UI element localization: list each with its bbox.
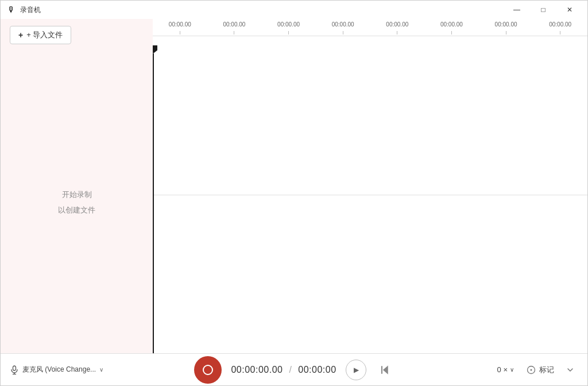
ruler-mark-label: 00:00.00: [223, 21, 245, 28]
ruler-mark: 00:00.00: [479, 21, 533, 34]
ruler-mark-label: 00:00.00: [277, 21, 300, 28]
total-time: 00:00:00: [298, 365, 336, 375]
ruler-tick: [506, 31, 506, 34]
ruler-mark: 00:00.00: [261, 21, 316, 34]
ruler-mark-label: 00:00.00: [495, 21, 517, 28]
ruler-mark-label: 00:00.00: [386, 21, 408, 28]
sidebar-empty-state: 开始录制 以创建文件: [1, 51, 153, 353]
bottom-bar: 麦克风 (Voice Change... ∨ 00:00:00.00 / 00:…: [1, 353, 587, 385]
ruler-mark: 00:00.00: [153, 21, 207, 34]
skip-back-icon: [379, 364, 390, 376]
ruler-tick: [234, 31, 234, 34]
timeline-ruler: 00:00.00 00:00.00 00:00.00 00:00.00 00:0…: [153, 19, 587, 36]
ruler-tick: [397, 31, 397, 34]
main-content: + + 导入文件 开始录制 以创建文件 ···: [1, 19, 587, 353]
ruler-mark-label: 00:00.00: [169, 21, 191, 28]
ruler-mark: 00:00.00: [424, 21, 479, 34]
ruler-tick: [451, 31, 452, 34]
speed-chevron-icon: ∨: [510, 366, 514, 373]
minimize-button[interactable]: —: [504, 1, 530, 19]
import-file-button[interactable]: + + 导入文件: [10, 26, 71, 44]
bottom-center-controls: 00:00:00.00 / 00:00:00 ▶: [113, 356, 475, 384]
sidebar-toolbar: + + 导入文件: [1, 19, 153, 51]
record-icon: [203, 365, 213, 375]
ruler-marks: 00:00.00 00:00.00 00:00.00 00:00.00 00:0…: [153, 21, 587, 34]
waveform-canvas[interactable]: [153, 36, 587, 353]
ruler-tick: [180, 31, 180, 34]
ruler-tick: [288, 31, 289, 34]
mic-section: 麦克风 (Voice Change... ∨: [10, 365, 113, 375]
bottom-right-controls: 0 × ∨ 标记: [475, 362, 578, 378]
ruler-mark-label: 00:00.00: [440, 21, 463, 28]
title-bar-left: 🎙 录音机: [7, 5, 41, 15]
ruler-mark: 00:00.00: [370, 21, 425, 34]
title-bar: 🎙 录音机 — □ ✕: [1, 1, 587, 19]
ruler-mark: 00:00.00: [316, 21, 370, 34]
ruler-mark: 00:00.00: [207, 21, 262, 34]
sidebar: + + 导入文件 开始录制 以创建文件: [1, 19, 153, 353]
waveform-area: ··· 00:00.00 00:00.00 00:00.00 00:00.00 …: [153, 19, 587, 353]
mark-label: 标记: [539, 365, 554, 375]
play-icon: ▶: [353, 366, 359, 374]
mic-app-icon: 🎙: [7, 5, 16, 14]
playhead[interactable]: [153, 53, 154, 353]
speed-label: 0 ×: [497, 365, 508, 374]
mic-chevron-icon[interactable]: ∨: [99, 366, 103, 373]
svg-rect-5: [13, 366, 16, 370]
play-button[interactable]: ▶: [346, 360, 366, 380]
import-label: + 导入文件: [26, 30, 63, 40]
close-button[interactable]: ✕: [556, 1, 583, 19]
waveform-divider: [153, 195, 587, 195]
app-title: 录音机: [20, 5, 41, 15]
ruler-mark-label: 00:00.00: [332, 21, 354, 28]
ruler-mark-label: 00:00.00: [549, 21, 571, 28]
current-time: 00:00:00.00: [231, 365, 283, 375]
sidebar-hint-line2: 以创建文件: [58, 203, 95, 217]
ruler-tick: [343, 31, 343, 34]
current-time-display: 00:00:00.00 / 00:00:00: [231, 365, 336, 375]
mic-device-label: 麦克风 (Voice Change...: [22, 365, 96, 375]
mark-button[interactable]: 标记: [521, 362, 560, 377]
skip-back-button[interactable]: [376, 361, 394, 379]
chevron-down-icon: [566, 366, 574, 374]
window-controls: — □ ✕: [504, 1, 583, 19]
playhead-head: [153, 45, 157, 53]
svg-point-10: [531, 369, 532, 370]
record-button[interactable]: [194, 356, 222, 384]
ruler-mark: 00:00.00: [533, 21, 587, 34]
plus-icon: +: [18, 30, 23, 40]
mark-icon: [527, 365, 536, 375]
sidebar-hint-line1: 开始录制: [62, 188, 92, 201]
ruler-tick: [560, 31, 560, 34]
time-separator: /: [289, 365, 292, 375]
speed-control[interactable]: 0 × ∨: [493, 363, 519, 376]
mic-icon: [10, 365, 19, 375]
maximize-button[interactable]: □: [530, 1, 556, 19]
expand-button[interactable]: [562, 362, 578, 378]
